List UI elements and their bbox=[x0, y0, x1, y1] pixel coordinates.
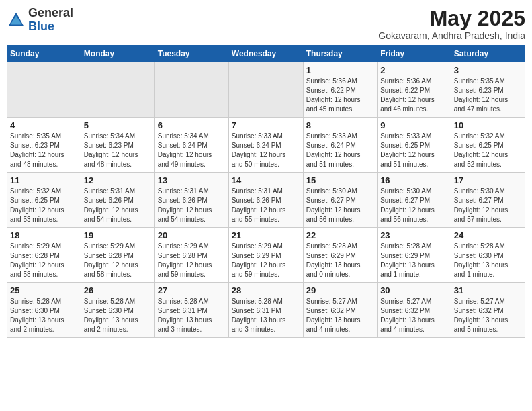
calendar-cell: 26Sunrise: 5:28 AM Sunset: 6:30 PM Dayli… bbox=[81, 283, 154, 338]
calendar-cell: 24Sunrise: 5:28 AM Sunset: 6:30 PM Dayli… bbox=[451, 228, 525, 283]
day-number: 23 bbox=[380, 230, 448, 240]
week-row-3: 11Sunrise: 5:32 AM Sunset: 6:25 PM Dayli… bbox=[7, 173, 525, 228]
day-info: Sunrise: 5:27 AM Sunset: 6:32 PM Dayligh… bbox=[380, 297, 448, 334]
day-info: Sunrise: 5:28 AM Sunset: 6:29 PM Dayligh… bbox=[306, 242, 374, 279]
day-info: Sunrise: 5:28 AM Sunset: 6:31 PM Dayligh… bbox=[158, 297, 226, 334]
day-info: Sunrise: 5:32 AM Sunset: 6:25 PM Dayligh… bbox=[10, 187, 78, 224]
calendar-cell bbox=[228, 62, 303, 118]
day-info: Sunrise: 5:29 AM Sunset: 6:28 PM Dayligh… bbox=[158, 242, 226, 279]
day-info: Sunrise: 5:36 AM Sunset: 6:22 PM Dayligh… bbox=[380, 77, 448, 114]
day-number: 6 bbox=[158, 120, 226, 130]
day-number: 9 bbox=[380, 120, 448, 130]
calendar-cell: 2Sunrise: 5:36 AM Sunset: 6:22 PM Daylig… bbox=[378, 62, 451, 118]
day-info: Sunrise: 5:31 AM Sunset: 6:26 PM Dayligh… bbox=[232, 187, 300, 224]
day-number: 8 bbox=[306, 120, 374, 130]
calendar-cell: 16Sunrise: 5:30 AM Sunset: 6:27 PM Dayli… bbox=[378, 173, 451, 228]
logo: General Blue bbox=[7, 7, 73, 34]
week-row-4: 18Sunrise: 5:29 AM Sunset: 6:28 PM Dayli… bbox=[7, 228, 525, 283]
day-info: Sunrise: 5:28 AM Sunset: 6:29 PM Dayligh… bbox=[380, 242, 448, 279]
day-number: 7 bbox=[232, 120, 300, 130]
day-info: Sunrise: 5:33 AM Sunset: 6:25 PM Dayligh… bbox=[380, 132, 448, 169]
day-number: 15 bbox=[306, 175, 374, 185]
calendar-cell: 15Sunrise: 5:30 AM Sunset: 6:27 PM Dayli… bbox=[303, 173, 377, 228]
day-number: 17 bbox=[454, 175, 522, 185]
calendar-subtitle: Gokavaram, Andhra Pradesh, India bbox=[378, 30, 525, 41]
calendar-cell: 19Sunrise: 5:29 AM Sunset: 6:28 PM Dayli… bbox=[81, 228, 154, 283]
calendar-cell: 13Sunrise: 5:31 AM Sunset: 6:26 PM Dayli… bbox=[154, 173, 228, 228]
weekday-header-monday: Monday bbox=[81, 46, 154, 62]
day-number: 18 bbox=[10, 230, 78, 240]
weekday-header-thursday: Thursday bbox=[303, 46, 377, 62]
day-info: Sunrise: 5:31 AM Sunset: 6:26 PM Dayligh… bbox=[84, 187, 152, 224]
calendar-cell: 17Sunrise: 5:30 AM Sunset: 6:27 PM Dayli… bbox=[451, 173, 525, 228]
calendar-cell bbox=[81, 62, 154, 118]
calendar-cell bbox=[7, 62, 81, 118]
calendar-cell: 20Sunrise: 5:29 AM Sunset: 6:28 PM Dayli… bbox=[154, 228, 228, 283]
day-info: Sunrise: 5:29 AM Sunset: 6:28 PM Dayligh… bbox=[84, 242, 152, 279]
weekday-header-saturday: Saturday bbox=[451, 46, 525, 62]
day-number: 16 bbox=[380, 175, 448, 185]
day-number: 5 bbox=[84, 120, 152, 130]
calendar-cell: 1Sunrise: 5:36 AM Sunset: 6:22 PM Daylig… bbox=[303, 62, 377, 118]
day-number: 12 bbox=[84, 175, 152, 185]
day-number: 26 bbox=[84, 285, 152, 295]
calendar-cell: 21Sunrise: 5:29 AM Sunset: 6:29 PM Dayli… bbox=[228, 228, 303, 283]
logo-icon bbox=[7, 11, 26, 30]
calendar-cell: 6Sunrise: 5:34 AM Sunset: 6:24 PM Daylig… bbox=[154, 118, 228, 173]
day-info: Sunrise: 5:34 AM Sunset: 6:23 PM Dayligh… bbox=[84, 132, 152, 169]
day-info: Sunrise: 5:28 AM Sunset: 6:31 PM Dayligh… bbox=[232, 297, 300, 334]
day-number: 25 bbox=[10, 285, 78, 295]
day-number: 10 bbox=[454, 120, 522, 130]
day-info: Sunrise: 5:33 AM Sunset: 6:24 PM Dayligh… bbox=[232, 132, 300, 169]
calendar-cell: 14Sunrise: 5:31 AM Sunset: 6:26 PM Dayli… bbox=[228, 173, 303, 228]
day-number: 19 bbox=[84, 230, 152, 240]
day-info: Sunrise: 5:29 AM Sunset: 6:28 PM Dayligh… bbox=[10, 242, 78, 279]
week-row-2: 4Sunrise: 5:35 AM Sunset: 6:23 PM Daylig… bbox=[7, 118, 525, 173]
calendar-cell: 3Sunrise: 5:35 AM Sunset: 6:23 PM Daylig… bbox=[451, 62, 525, 118]
logo-general: General bbox=[28, 6, 73, 19]
day-info: Sunrise: 5:31 AM Sunset: 6:26 PM Dayligh… bbox=[158, 187, 226, 224]
weekday-header-sunday: Sunday bbox=[7, 46, 81, 62]
calendar-cell: 11Sunrise: 5:32 AM Sunset: 6:25 PM Dayli… bbox=[7, 173, 81, 228]
calendar-cell bbox=[154, 62, 228, 118]
calendar-cell: 30Sunrise: 5:27 AM Sunset: 6:32 PM Dayli… bbox=[378, 283, 451, 338]
day-info: Sunrise: 5:28 AM Sunset: 6:30 PM Dayligh… bbox=[10, 297, 78, 334]
day-info: Sunrise: 5:30 AM Sunset: 6:27 PM Dayligh… bbox=[454, 187, 522, 224]
day-number: 27 bbox=[158, 285, 226, 295]
day-info: Sunrise: 5:30 AM Sunset: 6:27 PM Dayligh… bbox=[306, 187, 374, 224]
day-info: Sunrise: 5:29 AM Sunset: 6:29 PM Dayligh… bbox=[232, 242, 300, 279]
calendar-cell: 4Sunrise: 5:35 AM Sunset: 6:23 PM Daylig… bbox=[7, 118, 81, 173]
day-number: 22 bbox=[306, 230, 374, 240]
week-row-5: 25Sunrise: 5:28 AM Sunset: 6:30 PM Dayli… bbox=[7, 283, 525, 338]
day-number: 1 bbox=[306, 65, 374, 75]
day-number: 24 bbox=[454, 230, 522, 240]
calendar-title: May 2025 bbox=[378, 7, 525, 30]
weekday-header-wednesday: Wednesday bbox=[228, 46, 303, 62]
calendar-cell: 9Sunrise: 5:33 AM Sunset: 6:25 PM Daylig… bbox=[378, 118, 451, 173]
calendar-cell: 12Sunrise: 5:31 AM Sunset: 6:26 PM Dayli… bbox=[81, 173, 154, 228]
day-info: Sunrise: 5:32 AM Sunset: 6:25 PM Dayligh… bbox=[454, 132, 522, 169]
weekday-header-row: SundayMondayTuesdayWednesdayThursdayFrid… bbox=[7, 46, 525, 62]
day-number: 4 bbox=[10, 120, 78, 130]
calendar-cell: 25Sunrise: 5:28 AM Sunset: 6:30 PM Dayli… bbox=[7, 283, 81, 338]
weekday-header-tuesday: Tuesday bbox=[154, 46, 228, 62]
page-header: General Blue May 2025 Gokavaram, Andhra … bbox=[7, 7, 525, 41]
day-info: Sunrise: 5:28 AM Sunset: 6:30 PM Dayligh… bbox=[454, 242, 522, 279]
logo-text: General Blue bbox=[28, 7, 73, 34]
title-block: May 2025 Gokavaram, Andhra Pradesh, Indi… bbox=[378, 7, 525, 41]
day-number: 30 bbox=[380, 285, 448, 295]
calendar-cell: 27Sunrise: 5:28 AM Sunset: 6:31 PM Dayli… bbox=[154, 283, 228, 338]
day-number: 31 bbox=[454, 285, 522, 295]
day-info: Sunrise: 5:28 AM Sunset: 6:30 PM Dayligh… bbox=[84, 297, 152, 334]
week-row-1: 1Sunrise: 5:36 AM Sunset: 6:22 PM Daylig… bbox=[7, 62, 525, 118]
day-info: Sunrise: 5:34 AM Sunset: 6:24 PM Dayligh… bbox=[158, 132, 226, 169]
day-number: 28 bbox=[232, 285, 300, 295]
day-number: 11 bbox=[10, 175, 78, 185]
day-info: Sunrise: 5:33 AM Sunset: 6:24 PM Dayligh… bbox=[306, 132, 374, 169]
calendar-cell: 10Sunrise: 5:32 AM Sunset: 6:25 PM Dayli… bbox=[451, 118, 525, 173]
day-number: 20 bbox=[158, 230, 226, 240]
logo-blue: Blue bbox=[28, 19, 54, 33]
day-number: 21 bbox=[232, 230, 300, 240]
calendar-cell: 7Sunrise: 5:33 AM Sunset: 6:24 PM Daylig… bbox=[228, 118, 303, 173]
calendar-cell: 28Sunrise: 5:28 AM Sunset: 6:31 PM Dayli… bbox=[228, 283, 303, 338]
